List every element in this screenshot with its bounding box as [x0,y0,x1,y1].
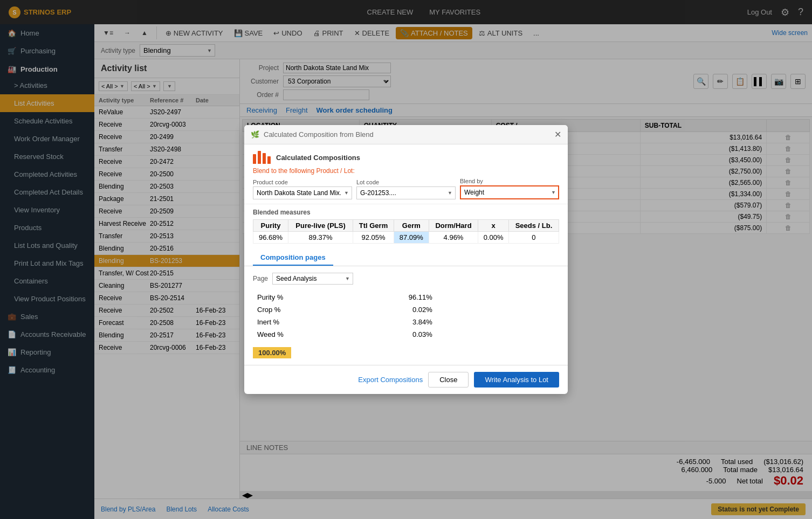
blended-measures: Blended measures PurityPure-live (PLS)Tt… [244,204,568,248]
composition-pages-tab[interactable]: Composition pages [253,250,333,266]
blend-by-field: Blend by Weight [460,178,559,199]
composition-table: Purity % 96.11% Crop % 0.02% Inert % 3.8… [253,291,437,341]
product-code-select-wrap[interactable]: North Dakota State Land Mix.lbs [253,186,352,199]
lot-code-label: Lot code [356,179,456,185]
comp-value: 3.84% [348,316,437,328]
measures-col-header: Ttl Germ [353,220,394,232]
measures-value: 96.68% [253,232,288,244]
bar3 [263,153,266,164]
composition-row: Crop % 0.02% [253,303,437,316]
modal: 🌿 Calculated Composition from Blend ✕ Ca… [244,125,568,394]
lot-code-select-wrap[interactable]: G-201253.... [356,186,456,199]
composition-row: Inert % 3.84% [253,316,437,328]
composition-pages-label: Composition pages [260,253,326,261]
lot-code-field: Lot code G-201253.... [356,179,456,199]
modal-title-text: Calculated Composition from Blend [264,130,374,139]
bar4 [267,156,271,164]
measures-value: 0.00% [478,232,509,244]
product-code-select[interactable]: North Dakota State Land Mix.lbs [253,186,352,199]
comp-value: 96.11% [348,291,437,303]
modal-heading-text: Calculated Compositions [276,154,360,162]
page-select-wrap[interactable]: Seed Analysis [272,273,353,285]
modal-title-bar: 🌿 Calculated Composition from Blend ✕ [244,125,568,144]
comp-name: Inert % [253,316,348,328]
page-select[interactable]: Seed Analysis [272,273,353,285]
modal-overlay: 🌿 Calculated Composition from Blend ✕ Ca… [0,0,812,519]
modal-tab-content: Page Seed Analysis Purity % 96.11% Crop … [244,266,568,365]
modal-footer: Export Compositions Close Write Analysis… [244,365,568,394]
modal-form-grid: Product code North Dakota State Land Mix… [253,178,559,199]
total-percent-badge: 100.00% [253,341,559,358]
measures-col-header: Seeds / Lb. [508,220,559,232]
modal-title-left: 🌿 Calculated Composition from Blend [251,130,374,139]
modal-leaf-icon: 🌿 [251,130,259,139]
close-button[interactable]: Close [428,372,469,387]
measures-value: 89.37% [288,232,353,244]
composition-row: Purity % 96.11% [253,291,437,303]
modal-close-button[interactable]: ✕ [554,129,561,140]
measures-col-header: Purity [253,220,288,232]
write-analysis-button[interactable]: Write Analysis to Lot [474,372,559,387]
blend-to-label: Blend to the following Product / Lot: [253,167,559,175]
modal-header: Calculated Compositions Blend to the fol… [244,144,568,204]
blended-measures-title: Blended measures [253,209,559,216]
modal-tabs: Composition pages [244,248,568,266]
bar1 [253,154,256,164]
lot-code-select[interactable]: G-201253.... [356,186,456,199]
blend-by-label: Blend by [460,178,559,184]
bar2 [258,151,261,164]
page-row: Page Seed Analysis [253,273,559,285]
modal-heading: Calculated Compositions [253,151,559,164]
product-code-label: Product code [253,179,352,185]
page-label: Page [253,275,268,282]
measures-value: 4.96% [429,232,478,244]
comp-name: Crop % [253,303,348,316]
measures-col-header: x [478,220,509,232]
measures-col-header: Pure-live (PLS) [288,220,353,232]
measures-value: 0 [508,232,559,244]
comp-value: 0.03% [348,328,437,341]
comp-name: Purity % [253,291,348,303]
comp-value: 0.02% [348,303,437,316]
comp-name: Weed % [253,328,348,341]
measures-value: 87.09% [394,232,429,244]
measures-col-header: Dorm/Hard [429,220,478,232]
composition-row: Weed % 0.03% [253,328,437,341]
measures-table: PurityPure-live (PLS)Ttl GermGermDorm/Ha… [253,219,559,244]
measures-value: 92.05% [353,232,394,244]
blend-by-select[interactable]: Weight [460,185,559,199]
blend-by-select-wrap[interactable]: Weight [460,185,559,199]
bar-chart-icon [253,151,271,164]
measures-col-header: Germ [394,220,429,232]
product-code-field: Product code North Dakota State Land Mix… [253,179,352,199]
export-compositions-button[interactable]: Export Compositions [358,376,423,384]
